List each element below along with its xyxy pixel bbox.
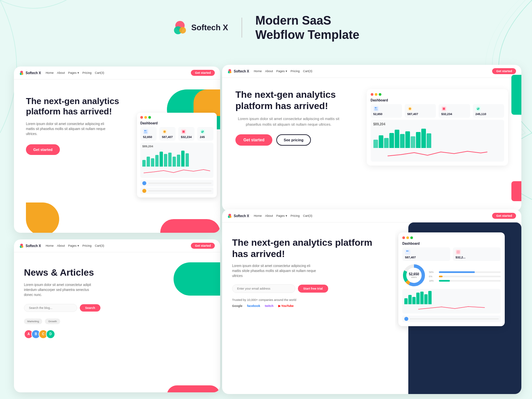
bar (420, 292, 424, 304)
email-input[interactable] (232, 284, 295, 293)
trusted-text: Trusted by 10,000+ companies around the … (232, 298, 385, 302)
card-top-right: Softech X Home About Pages ▾ Pricing Car… (222, 65, 521, 211)
svg-point-27 (21, 246, 23, 248)
bar (164, 154, 167, 167)
progress-fill (439, 276, 443, 277)
card-top-left: Softech X Home About Pages ▾ Pricing Car… (14, 66, 220, 233)
card3-get-started-btn[interactable]: Get started (191, 243, 215, 249)
category-badges: Marketing Growth (24, 319, 144, 324)
brand-twitch: twitch (265, 304, 274, 308)
bar (412, 297, 416, 304)
card-bottom-left: Softech X Home About Pages ▾ Pricing Car… (14, 239, 220, 392)
donut-sub: users (409, 276, 419, 278)
card1-red-shape (160, 219, 220, 233)
bar (384, 138, 389, 148)
bar (427, 133, 431, 148)
progress-row: 58% (429, 271, 501, 273)
bar (181, 151, 185, 167)
card3-desc: Lorem ipsum dolor sit amet consectetur a… (24, 282, 97, 297)
card4-title: The next-gen analytics platform has arri… (232, 237, 385, 259)
card2-nav-links: Home About Pages ▾ Pricing Cart(3) (254, 69, 312, 73)
card2-stats: 52,650 587,407 $32,234 (371, 104, 504, 118)
bar (411, 136, 415, 148)
stat-icon (441, 106, 447, 111)
card4-stats: 587,407 $32,2... (402, 247, 501, 261)
card2-secondary-btn[interactable]: See pricing (276, 134, 311, 146)
card3-red-shape (167, 385, 220, 392)
blog-search-input[interactable] (24, 304, 77, 312)
progress-bars: 58% 6% 18% (429, 269, 501, 282)
sparkline (142, 168, 211, 175)
avatar-row: A B C D (24, 330, 144, 339)
brand-logo-area: Softech X (173, 20, 228, 35)
svg-point-21 (409, 108, 411, 110)
card1-dashboard: Dashboard 52,650 587,407 (137, 113, 217, 198)
stat-item: $32,234 (178, 127, 195, 141)
bar (400, 134, 405, 148)
stat-item: 587,407 (402, 247, 450, 261)
card1-orange-corner (194, 89, 220, 116)
progress-bg (439, 280, 501, 282)
stat-value: 587,407 (407, 112, 433, 116)
svg-point-6 (144, 130, 146, 131)
dot-yellow (406, 236, 409, 239)
bar (416, 132, 421, 148)
stat-item: 587,407 (159, 127, 176, 141)
bar (395, 130, 399, 148)
svg-rect-33 (457, 250, 460, 254)
bar (416, 293, 420, 304)
card2-primary-btn[interactable]: Get started (235, 134, 272, 146)
page-main-title: Modern SaaS Webflow Template (255, 13, 359, 42)
dot-red (140, 116, 143, 119)
stat-value: 587,407 (405, 256, 448, 259)
card2-dashboard-area: Dashboard 52,650 587,407 (367, 86, 508, 166)
progress-fill (439, 271, 475, 273)
card4-nav-links: Home About Pages ▾ Pricing Cart(3) (254, 214, 312, 217)
card1-content: The next-gen analytics platform has arri… (14, 79, 134, 233)
bar (142, 160, 146, 167)
card4-nav: Softech X Home About Pages ▾ Pricing Car… (222, 209, 521, 222)
stat-item: 52,650 (140, 127, 157, 141)
card1-get-started-btn[interactable]: Get started (191, 70, 215, 76)
svg-point-30 (229, 216, 231, 218)
card3-logo: Softech X (19, 243, 41, 248)
donut-value: 52,650 (409, 272, 419, 276)
stat-icon (405, 249, 410, 255)
bar (147, 157, 150, 167)
stat-value: 52,650 (373, 112, 399, 116)
card1-nav-links: Home About Pages ▾ Pricing Cart(3) (46, 71, 104, 74)
card2-title: The next-gen analytics platform has arri… (235, 89, 353, 111)
sparkline-sm (404, 305, 499, 310)
category-badge: Growth (45, 319, 60, 324)
card1-hero: The next-gen analytics platform has arri… (14, 79, 220, 233)
card3-green-shape (174, 262, 220, 296)
card2-desc: Lorem ipsum dolor sit amet consectetur a… (235, 116, 342, 127)
stat-icon (373, 106, 379, 111)
card3-nav-links: Home About Pages ▾ Pricing Cart(3) (46, 244, 104, 247)
card1-orange-decoration (26, 202, 59, 233)
bar (160, 152, 163, 167)
card2-logo: Softech X (227, 69, 249, 73)
card4-trial-btn[interactable]: Start free trial (298, 285, 328, 293)
blog-search-btn[interactable]: Search (80, 304, 100, 312)
bar (379, 135, 383, 148)
stat-icon (143, 129, 148, 134)
avatar: D (46, 330, 55, 339)
card4-get-started-btn[interactable]: Get started (492, 213, 516, 219)
stat-item: $32,234 (439, 104, 470, 118)
card3-search-bar: Search (24, 304, 144, 312)
card2-get-started-btn[interactable]: Get started (492, 68, 516, 74)
donut-chart: 52,650 users (402, 264, 426, 287)
bar-chart (142, 150, 211, 167)
stat-icon (456, 249, 461, 255)
bar-chart-mini (404, 291, 499, 304)
bar (168, 153, 172, 167)
dot-green (410, 236, 413, 239)
card2-dashboard-title: Dashboard (371, 98, 504, 102)
user-row (402, 316, 501, 322)
card1-cta-btn[interactable]: Get started (26, 144, 60, 155)
dot-yellow (144, 116, 147, 119)
bar (408, 295, 412, 304)
card2-green-edge (511, 75, 521, 115)
dot-green (379, 93, 381, 96)
